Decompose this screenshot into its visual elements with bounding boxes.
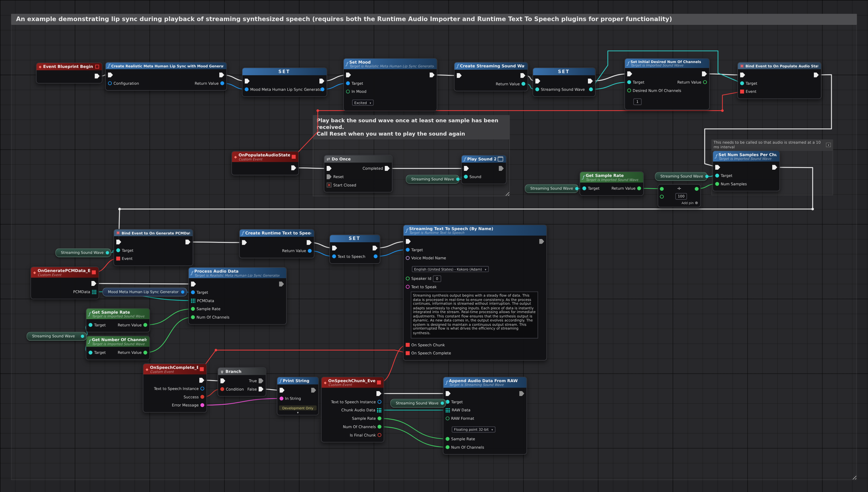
- in-mood-dropdown[interactable]: Excited▾: [352, 99, 374, 105]
- node-bind-populate[interactable]: ▣Bind Event to On Populate Audio StateTa…: [737, 62, 821, 99]
- desired-num-of-channels-input[interactable]: 1: [633, 99, 642, 105]
- speaker-id-input[interactable]: 0: [433, 275, 441, 282]
- execout-pin[interactable]: [519, 391, 524, 396]
- streaming-sound-wave-pin[interactable]: [456, 177, 460, 181]
- execin-pin[interactable]: [740, 73, 745, 77]
- exec-pin[interactable]: [376, 391, 381, 396]
- delegate-pin[interactable]: [292, 155, 296, 159]
- streaming-sound-wave-pin[interactable]: [106, 251, 109, 254]
- execout-pin[interactable]: [539, 239, 544, 244]
- exec-pin[interactable]: [91, 281, 96, 286]
- desired-num-of-channels-pin[interactable]: [627, 89, 631, 92]
- in1-pin[interactable]: [660, 187, 664, 191]
- node-event-begin-play[interactable]: ◆Event Blueprint Begin Play: [36, 63, 102, 83]
- text-to-speech-pin[interactable]: [332, 254, 336, 258]
- streaming-sound-wave-pin[interactable]: [575, 187, 578, 190]
- comment-title-bar[interactable]: An example demonstrating lip sync during…: [11, 14, 857, 25]
- on-speech-chunk-pin[interactable]: [406, 343, 409, 347]
- execin-pin[interactable]: [715, 165, 720, 170]
- text-to-speak-pin[interactable]: [406, 285, 409, 289]
- divisor-input[interactable]: 100: [676, 193, 687, 200]
- return-value-pin[interactable]: [143, 351, 147, 354]
- node-set-streaming-sw[interactable]: SETStreaming Sound Wave: [533, 67, 596, 97]
- target-pin[interactable]: [627, 80, 631, 84]
- mood-meta-human-lip-sync-generator-pin[interactable]: [181, 290, 184, 293]
- add-pin-button[interactable]: Add pin⊕: [658, 201, 700, 206]
- variable-get-p3[interactable]: Streaming Sound Wave: [655, 172, 707, 181]
- in-string-pin[interactable]: [280, 397, 283, 400]
- execin-pin[interactable]: [327, 166, 332, 171]
- target-pin[interactable]: [715, 174, 719, 177]
- execout-pin[interactable]: [702, 71, 707, 76]
- execin-pin[interactable]: [220, 378, 225, 383]
- execout-pin[interactable]: [279, 281, 284, 287]
- sound-pin[interactable]: [464, 175, 468, 179]
- execin-pin[interactable]: [627, 71, 632, 76]
- pcmdata-pin[interactable]: [191, 298, 195, 303]
- target-pin[interactable]: [740, 81, 744, 85]
- target-pin[interactable]: [89, 351, 92, 354]
- node-create-streaming-sw[interactable]: ƒCreate Streaming Sound WaveReturn Value: [454, 62, 528, 91]
- return-value-pin[interactable]: [308, 249, 312, 253]
- exec-pin[interactable]: [291, 165, 296, 170]
- node-create-runtime-tts[interactable]: ƒCreate Runtime Text to SpeechReturn Val…: [239, 229, 314, 258]
- execin-pin[interactable]: [242, 240, 247, 245]
- pcmdata-pin[interactable]: [92, 290, 96, 294]
- node-get-sample-rate-1[interactable]: ƒGet Sample RateTarget is Imported Sound…: [580, 171, 644, 196]
- text-to-speech-instance-pin[interactable]: [201, 387, 204, 390]
- target-pin[interactable]: [116, 248, 120, 252]
- text-to-speech-instance-pin[interactable]: [378, 400, 381, 403]
- streaming-sound-wave-pin[interactable]: [441, 401, 444, 405]
- target-pin[interactable]: [191, 290, 195, 294]
- node-print-string[interactable]: ƒPrint StringIn StringDevelopment Only▾: [277, 377, 319, 415]
- num-of-channels-pin[interactable]: [191, 315, 195, 319]
- raw-format-dropdown[interactable]: Floating point 32-bit▾: [452, 426, 495, 433]
- execin-pin[interactable]: [280, 388, 284, 393]
- return-value-pin[interactable]: [220, 81, 224, 85]
- node-get-sample-rate-2[interactable]: ƒGet Sample RateTarget is Imported Sound…: [86, 308, 150, 333]
- node-event-speech-chunk[interactable]: ◆OnSpeechChunk_EventCustom EventText to …: [321, 377, 384, 443]
- out-pin[interactable]: [374, 254, 377, 258]
- execout-pin[interactable]: [499, 166, 504, 171]
- target-pin[interactable]: [582, 187, 586, 190]
- execin-pin[interactable]: [108, 73, 113, 77]
- exec-pin[interactable]: [200, 378, 204, 383]
- sample-rate-pin[interactable]: [446, 437, 449, 441]
- target-pin[interactable]: [446, 400, 449, 403]
- error-message-pin[interactable]: [201, 403, 204, 407]
- execin-pin[interactable]: [332, 245, 337, 250]
- execout-pin[interactable]: [307, 240, 312, 245]
- expand-chevron-icon[interactable]: ▾: [278, 411, 319, 415]
- delegate-pin[interactable]: [92, 271, 96, 274]
- execin-pin[interactable]: [116, 239, 121, 244]
- execout-pin[interactable]: [311, 388, 316, 393]
- node-streaming-tts[interactable]: ƒStreaming Text To Speech (By Name)Targe…: [403, 225, 547, 361]
- return-value-pin[interactable]: [637, 187, 641, 190]
- mood-meta-human-lip-sync-generator-pin[interactable]: [245, 87, 249, 91]
- comment-collapse-button[interactable]: ▾: [826, 143, 831, 147]
- num-of-channels-pin[interactable]: [378, 425, 381, 428]
- in-mood-pin[interactable]: [346, 90, 350, 93]
- true-pin[interactable]: [258, 378, 263, 383]
- execin-pin[interactable]: [456, 73, 462, 78]
- voice-model-name-pin[interactable]: [406, 256, 409, 260]
- variable-get-p1[interactable]: Streaming Sound Wave: [406, 175, 460, 184]
- raw-data-pin[interactable]: [446, 408, 450, 412]
- execout-pin[interactable]: [373, 245, 378, 250]
- execout-pin[interactable]: [320, 79, 324, 83]
- execout-pin[interactable]: [520, 73, 525, 78]
- execout-pin[interactable]: [219, 73, 224, 77]
- execin-pin[interactable]: [535, 79, 540, 83]
- delegate-pin[interactable]: [200, 367, 204, 371]
- variable-get-p6[interactable]: Streaming Sound Wave: [27, 332, 87, 341]
- on-speech-complete-pin[interactable]: [406, 351, 409, 355]
- voice-model-name-dropdown[interactable]: English (United States) - Kokoro (Adam)▾: [412, 266, 488, 272]
- comment-title-bar[interactable]: This needs to be called so that audio is…: [711, 139, 833, 151]
- variable-get-p2[interactable]: Streaming Sound Wave: [525, 184, 579, 193]
- execout-pin[interactable]: [185, 239, 190, 244]
- out-pin[interactable]: [589, 87, 593, 91]
- execin-pin[interactable]: [245, 79, 250, 83]
- delegate-pin[interactable]: [377, 380, 381, 384]
- node-append-raw[interactable]: ƒAppend Audio Data From RAWTarget is Str…: [443, 377, 527, 455]
- start-closed-pin[interactable]: ×: [327, 182, 332, 187]
